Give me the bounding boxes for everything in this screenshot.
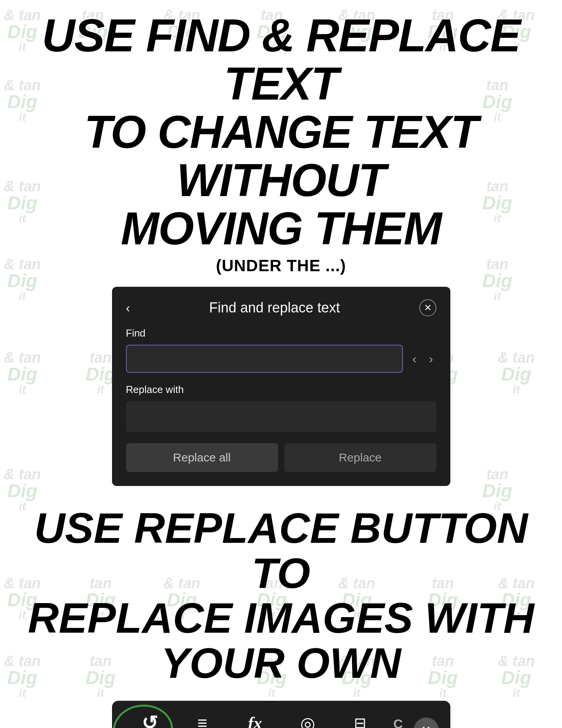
toolbar-item-adjust[interactable]: ⊟ Adjust <box>334 714 386 728</box>
filters-icon: ◎ <box>300 713 315 728</box>
next-button[interactable]: › <box>426 349 436 369</box>
replace-icon: ↺ <box>142 712 158 728</box>
mid-heading: USE REPLACE BUTTON TO REPLACE IMAGES WIT… <box>8 505 554 685</box>
find-input[interactable] <box>126 345 403 373</box>
main-heading: USE FIND & REPLACE TEXT TO CHANGE TEXT W… <box>8 12 554 253</box>
style-icon: ≡ <box>197 713 207 728</box>
sub-heading: (UNDER THE ...) <box>216 256 346 275</box>
crop-icon: C <box>393 716 403 728</box>
replace-all-button[interactable]: Replace all <box>126 443 278 472</box>
toolbar-item-style[interactable]: ≡ Style <box>176 713 229 728</box>
adjust-icon: ⊟ <box>354 714 366 728</box>
dialog-header: ‹ Find and replace text ✕ <box>126 299 436 316</box>
toolbar: ↺ Replace ≡ Style fx Effects ◎ Filters ⊟… <box>112 701 450 728</box>
replace-button[interactable]: Replace <box>284 443 436 472</box>
toolbar-item-replace[interactable]: ↺ Replace <box>124 712 176 728</box>
effects-icon: fx <box>248 713 262 728</box>
find-label: Find <box>126 327 436 339</box>
dialog-close-button[interactable]: ✕ <box>419 299 436 316</box>
dialog-title: Find and replace text <box>130 300 419 316</box>
find-replace-dialog: ‹ Find and replace text ✕ Find ‹ › Repla… <box>112 287 450 486</box>
replace-label: Replace with <box>126 384 436 396</box>
prev-button[interactable]: ‹ <box>409 349 420 369</box>
toolbar-item-effects[interactable]: fx Effects <box>229 713 281 728</box>
replace-input[interactable] <box>126 401 436 432</box>
page-content: USE FIND & REPLACE TEXT TO CHANGE TEXT W… <box>0 0 562 728</box>
find-row: ‹ › <box>126 345 436 373</box>
toolbar-item-crop[interactable]: C Ci <box>387 716 410 728</box>
dialog-buttons: Replace all Replace <box>126 443 436 472</box>
toolbar-item-filters[interactable]: ◎ Filters <box>281 713 334 728</box>
dialog-back-button[interactable]: ‹ <box>126 302 130 314</box>
toolbar-close-button[interactable]: ✕ <box>414 717 439 728</box>
